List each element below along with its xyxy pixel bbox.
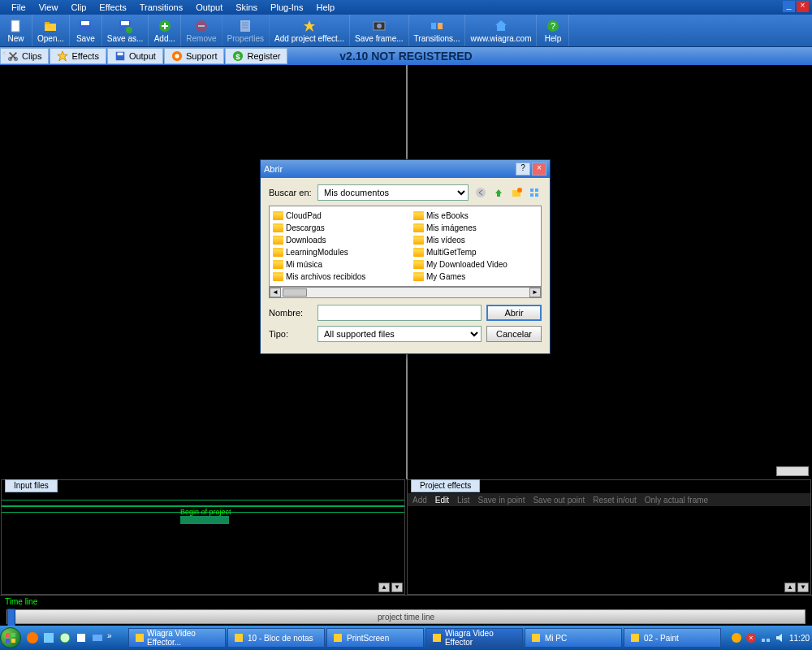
scroll-right-icon[interactable]: ► xyxy=(529,288,541,297)
filetype-select[interactable]: All supported files xyxy=(317,326,482,342)
open-button[interactable]: Abrir xyxy=(486,305,542,321)
timeline-handle[interactable] xyxy=(7,609,15,626)
toolbar-save-button[interactable]: Save xyxy=(70,15,102,46)
file-item[interactable]: Mi música xyxy=(273,258,395,270)
svg-rect-0 xyxy=(11,20,19,32)
scroll-up-icon[interactable]: ▲ xyxy=(378,583,390,592)
nav-back-icon[interactable] xyxy=(473,185,488,200)
ql-app-icon[interactable] xyxy=(75,631,88,644)
ql-firefox-icon[interactable] xyxy=(26,631,39,644)
fx-action-reset-in-out[interactable]: Reset in/out xyxy=(593,496,636,505)
dialog-close-button[interactable]: × xyxy=(532,162,546,176)
file-item[interactable]: Mis imágenes xyxy=(413,222,535,233)
task-button[interactable]: Wiagra Video Effector... xyxy=(128,628,226,648)
toolbar-add-button[interactable]: Add... xyxy=(149,15,181,46)
file-item[interactable]: Mis vídeos xyxy=(413,234,535,245)
toolbar-help-button[interactable]: ?Help xyxy=(537,15,569,46)
cancel-button[interactable]: Cancelar xyxy=(486,326,542,342)
toolbar-new-button[interactable]: New xyxy=(0,15,32,46)
fx-action-save-in-point[interactable]: Save in point xyxy=(478,496,525,505)
nav-views-icon[interactable] xyxy=(527,185,542,200)
menu-transitions[interactable]: Transitions xyxy=(133,1,189,14)
file-item[interactable]: Mis archivos recibidos xyxy=(273,271,395,282)
nav-up-icon[interactable] xyxy=(491,185,506,200)
toolbar-home-button[interactable]: www.wiagra.com xyxy=(465,15,537,46)
file-item[interactable]: Mis eBooks xyxy=(413,210,535,221)
project-effects-tab[interactable]: Project effects xyxy=(411,479,480,492)
preview-scroll[interactable] xyxy=(776,466,809,476)
new-icon xyxy=(9,19,24,33)
dialog-help-button[interactable]: ? xyxy=(516,162,530,176)
lookin-select[interactable]: Mis documentos xyxy=(317,184,469,201)
window-minimize[interactable]: _ xyxy=(783,1,795,12)
quick-launch: » xyxy=(21,631,125,644)
svg-rect-1 xyxy=(45,24,56,31)
ql-app-icon[interactable] xyxy=(58,631,71,644)
file-item[interactable]: My Games xyxy=(413,271,535,282)
svg-point-7 xyxy=(126,27,132,33)
begin-of-project-block[interactable] xyxy=(180,516,229,524)
tray-network-icon[interactable] xyxy=(760,632,771,644)
nav-newfolder-icon[interactable] xyxy=(509,185,524,200)
file-item[interactable]: Downloads xyxy=(273,234,395,245)
scroll-up-icon[interactable]: ▲ xyxy=(784,583,796,592)
tab-clips[interactable]: Clips xyxy=(0,48,49,64)
window-close[interactable]: × xyxy=(797,1,809,12)
toolbar-frame-button[interactable]: Save frame... xyxy=(350,15,408,46)
task-button[interactable]: 10 - Bloc de notas xyxy=(227,628,325,648)
fx-action-edit[interactable]: Edit xyxy=(435,496,449,505)
scroll-thumb[interactable] xyxy=(283,288,307,297)
tray-volume-icon[interactable] xyxy=(775,632,786,644)
menu-skins[interactable]: Skins xyxy=(229,1,264,14)
menu-help[interactable]: Help xyxy=(309,1,341,14)
file-item[interactable]: LearningModules xyxy=(273,246,395,258)
toolbar-trans-button[interactable]: Transitions... xyxy=(409,15,466,46)
close-panel-icon[interactable]: × xyxy=(2,49,6,58)
task-button[interactable]: PrintScreen xyxy=(326,628,424,648)
file-item[interactable]: CloudPad xyxy=(273,210,395,221)
svg-rect-32 xyxy=(44,633,54,643)
fx-action-list[interactable]: List xyxy=(457,496,470,505)
file-item[interactable]: My Downloaded Video xyxy=(413,258,535,270)
dialog-titlebar[interactable]: Abrir ? × xyxy=(261,160,550,178)
tray-icon[interactable] xyxy=(731,632,742,644)
ql-show-desktop-icon[interactable] xyxy=(91,631,104,644)
filename-input[interactable] xyxy=(317,305,482,321)
task-button[interactable]: 02 - Paint xyxy=(624,628,721,648)
tab-register[interactable]: $Register xyxy=(225,48,287,64)
clock[interactable]: 11:20 xyxy=(789,634,810,643)
task-button[interactable]: Wiagra Video Effector xyxy=(425,628,523,648)
start-button[interactable] xyxy=(0,626,21,650)
fx-action-only-actual-frame[interactable]: Only actual frame xyxy=(645,496,708,505)
ql-chevron-icon[interactable]: » xyxy=(107,631,120,644)
menu-plugins[interactable]: Plug-Ins xyxy=(264,1,309,14)
toolbar-saveas-button[interactable]: Save as... xyxy=(102,15,149,46)
file-list[interactable]: CloudPadDescargasDownloadsLearningModule… xyxy=(269,206,542,287)
input-files-tab[interactable]: Input files xyxy=(5,479,58,492)
toolbar-open-button[interactable]: Open... xyxy=(32,15,70,46)
tab-support[interactable]: Support xyxy=(164,48,225,64)
menu-clip[interactable]: Clip xyxy=(64,1,93,14)
scroll-left-icon[interactable]: ◄ xyxy=(270,288,281,297)
menu-file[interactable]: File xyxy=(5,1,32,14)
input-track[interactable] xyxy=(2,500,404,506)
fx-action-save-out-point[interactable]: Save out point xyxy=(533,496,585,505)
fx-action-add[interactable]: Add xyxy=(412,496,427,505)
timeline-bar[interactable]: project time line xyxy=(6,609,806,624)
task-button[interactable]: Mi PC xyxy=(525,628,622,648)
menu-output[interactable]: Output xyxy=(189,1,229,14)
menu-effects[interactable]: Effects xyxy=(93,1,132,14)
ql-app-icon[interactable] xyxy=(42,631,55,644)
scroll-down-icon[interactable]: ▼ xyxy=(391,583,403,592)
file-item[interactable]: Descargas xyxy=(273,222,395,233)
scroll-down-icon[interactable]: ▼ xyxy=(797,583,809,592)
tab-output[interactable]: Output xyxy=(107,48,163,64)
svg-rect-36 xyxy=(136,634,144,642)
toolbar-fx-button[interactable]: Add project effect... xyxy=(270,15,350,46)
tray-shield-icon[interactable]: × xyxy=(745,632,757,644)
file-item[interactable]: MultiGetTemp xyxy=(413,246,535,258)
menu-view[interactable]: View xyxy=(32,1,65,14)
svg-rect-14 xyxy=(431,23,436,29)
tab-effects[interactable]: Effects xyxy=(50,48,106,64)
file-list-scrollbar[interactable]: ◄ ► xyxy=(269,287,542,298)
